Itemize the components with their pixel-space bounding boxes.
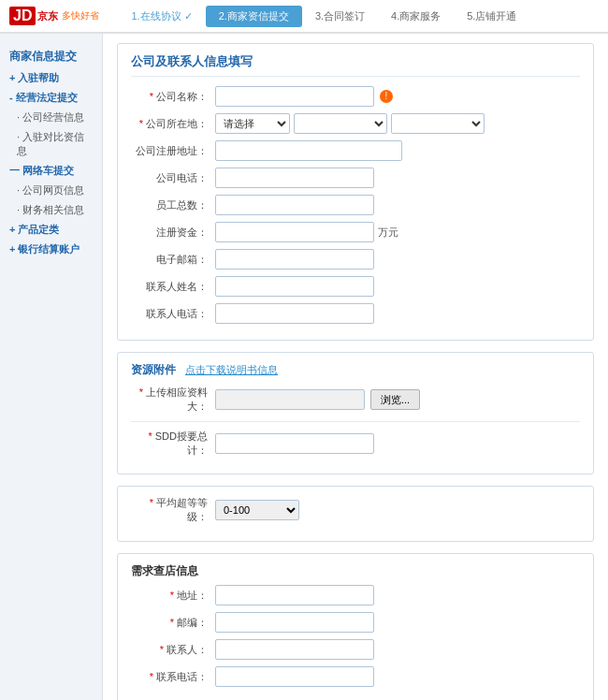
warehouse-title: 需求查店信息 (131, 563, 580, 579)
warehouse-zip-input[interactable] (215, 612, 374, 633)
capital-input[interactable] (215, 222, 374, 242)
warehouse-address-row: 地址： (131, 585, 580, 605)
company-address-label: 公司注册地址： (131, 144, 215, 158)
sidebar-item[interactable]: 一 网络车提交 (0, 161, 102, 181)
sidebar-item[interactable]: · 公司经营信息 (0, 108, 102, 127)
company-phone-row: 公司电话： (131, 168, 580, 188)
steps-nav: 1.在线协议 ✓2.商家资信提交3.合同签订4.商家服务5.店铺开通 (118, 6, 599, 27)
divider1 (131, 421, 580, 422)
resource-label: 资源附件 (131, 362, 176, 378)
step-step5[interactable]: 5.店铺开通 (454, 6, 529, 27)
company-phone-label: 公司电话： (131, 171, 215, 185)
info-icon[interactable]: ! (380, 90, 393, 103)
upload-row: 上传相应资料大： 浏览... (131, 386, 580, 414)
sidebar: 商家信息提交 + 入驻帮助- 经营法定提交· 公司经营信息· 入驻对比资信息一 … (0, 34, 103, 700)
warehouse-contact-row: 联系人： (131, 639, 580, 660)
browse-button[interactable]: 浏览... (370, 389, 420, 410)
warehouse-address-label: 地址： (131, 589, 215, 603)
contact-phone-row: 联系人电话： (131, 303, 580, 324)
sdd-label: SDD授要总计： (131, 430, 215, 458)
step-step3[interactable]: 3.合同签订 (302, 6, 378, 27)
capital-unit: 万元 (378, 226, 398, 240)
warehouse-zip-label: 邮编： (131, 616, 215, 630)
score-select[interactable]: 0-100 (215, 500, 299, 520)
email-input[interactable] (215, 249, 374, 270)
email-row: 电子邮箱： (131, 249, 580, 270)
employee-input[interactable] (215, 195, 374, 215)
district-select[interactable] (391, 113, 485, 134)
score-row: 平均超等等级： 0-100 (131, 496, 580, 524)
sidebar-item[interactable]: · 公司网页信息 (0, 181, 102, 200)
sidebar-item[interactable]: + 产品定类 (0, 220, 102, 240)
logo-jd: JD (9, 7, 36, 25)
sidebar-item[interactable]: · 财务相关信息 (0, 200, 102, 220)
contact-phone-label: 联系人电话： (131, 307, 215, 321)
province-select[interactable]: 请选择 (215, 113, 290, 134)
contact-phone-input[interactable] (215, 303, 374, 324)
sdd-input[interactable] (215, 433, 374, 454)
contact-name-input[interactable] (215, 276, 374, 297)
logo-sub: 多快好省 (62, 9, 99, 22)
employee-row: 员工总数： (131, 195, 580, 215)
email-label: 电子邮箱： (131, 253, 215, 267)
resource-section: 资源附件 点击下载说明书信息 上传相应资料大： 浏览... SDD授要总计： (117, 352, 594, 474)
score-section: 平均超等等级： 0-100 (117, 486, 594, 542)
step-step1[interactable]: 1.在线协议 ✓ (118, 6, 205, 27)
main-layout: 商家信息提交 + 入驻帮助- 经营法定提交· 公司经营信息· 入驻对比资信息一 … (0, 34, 608, 700)
resource-header-row: 资源附件 点击下载说明书信息 (131, 362, 580, 378)
sidebar-item[interactable]: · 入驻对比资信息 (0, 127, 102, 161)
city-select[interactable] (294, 113, 387, 134)
warehouse-tel-label: 联系电话： (131, 670, 215, 684)
logo: JD 京东 多快好省 (9, 7, 99, 25)
content-area: 公司及联系人信息填写 公司名称： ! 公司所在地： 请选择 (103, 34, 608, 700)
score-label: 平均超等等级： (131, 496, 215, 524)
warehouse-contact-input[interactable] (215, 639, 374, 660)
company-address-row: 公司注册地址： (131, 140, 580, 161)
logo-text: 京东 (37, 9, 58, 23)
company-name-row: 公司名称： ! (131, 86, 580, 107)
upload-label: 上传相应资料大： (131, 386, 215, 414)
step-step2[interactable]: 2.商家资信提交 (206, 6, 302, 27)
contact-name-row: 联系人姓名： (131, 276, 580, 297)
warehouse-zip-row: 邮编： (131, 612, 580, 633)
step-step4[interactable]: 4.商家服务 (378, 6, 454, 27)
sidebar-item[interactable]: + 入驻帮助 (0, 68, 102, 88)
sidebar-item[interactable]: - 经营法定提交 (0, 88, 102, 108)
capital-label: 注册资金： (131, 226, 215, 240)
warehouse-contact-label: 联系人： (131, 643, 215, 657)
header: JD 京东 多快好省 1.在线协议 ✓2.商家资信提交3.合同签订4.商家服务5… (0, 0, 608, 34)
company-name-input[interactable] (215, 86, 374, 107)
warehouse-address-input[interactable] (215, 585, 374, 605)
employee-label: 员工总数： (131, 198, 215, 212)
company-name-label: 公司名称： (131, 90, 215, 104)
company-section-title: 公司及联系人信息填写 (131, 53, 580, 77)
company-location-label: 公司所在地： (131, 117, 215, 131)
sidebar-title: 商家信息提交 (0, 43, 102, 68)
download-link[interactable]: 点击下载说明书信息 (185, 363, 278, 377)
file-input-display (215, 389, 365, 410)
company-address-input[interactable] (215, 140, 402, 161)
company-phone-input[interactable] (215, 168, 374, 188)
warehouse-section: 需求查店信息 地址： 邮编： 联系人： 联系电话： (117, 553, 594, 700)
sidebar-item[interactable]: + 银行结算账户 (0, 240, 102, 259)
warehouse-tel-input[interactable] (215, 666, 374, 687)
contact-name-label: 联系人姓名： (131, 280, 215, 294)
warehouse-tel-row: 联系电话： (131, 666, 580, 687)
sdd-row: SDD授要总计： (131, 430, 580, 458)
capital-row: 注册资金： 万元 (131, 222, 580, 242)
company-location-row: 公司所在地： 请选择 (131, 113, 580, 134)
company-info-section: 公司及联系人信息填写 公司名称： ! 公司所在地： 请选择 (117, 43, 594, 341)
